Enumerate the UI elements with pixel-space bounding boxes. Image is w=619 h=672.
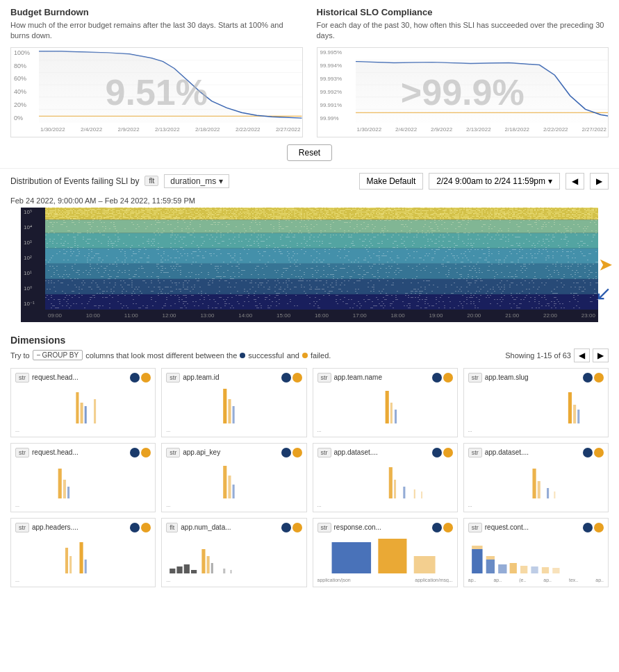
budget-burndown-desc: How much of the error budget remains aft… (10, 20, 303, 42)
dot-blue-9[interactable] (130, 523, 140, 532)
dot-orange-3[interactable] (443, 373, 453, 383)
svg-rect-29 (229, 476, 231, 498)
dim-name-1: request.head... (32, 373, 127, 381)
desc-try-to: Try to (10, 351, 30, 360)
svg-rect-16 (223, 389, 226, 423)
desc-successful: successful (248, 351, 283, 360)
dim-card-app-team-slug: str app.team.slug ... (463, 368, 609, 437)
dot-blue-8[interactable] (583, 448, 593, 457)
reset-button[interactable]: Reset (287, 144, 332, 161)
dim-chart-6 (166, 460, 302, 502)
prev-time-button[interactable]: ◀ (566, 173, 584, 190)
time-range-button[interactable]: 2/24 9:00am to 2/24 11:59pm ▾ (429, 173, 560, 190)
type-badge-str-1: str (15, 373, 29, 383)
dot-orange-9[interactable] (141, 523, 151, 532)
field-selector[interactable]: duration_ms ▾ (164, 174, 229, 188)
dot-blue-5[interactable] (130, 448, 140, 457)
dim-card-app-team-name: str app.team.name ... (313, 368, 458, 437)
type-badge-str-4: str (468, 373, 482, 383)
dim-card-app-dataset-1: str app.dataset.... ... (313, 443, 458, 512)
dim-name-7: app.dataset.... (334, 448, 429, 456)
dot-blue-3[interactable] (432, 373, 442, 383)
svg-rect-49 (207, 556, 210, 573)
dim-card-app-num-data: flt app.num_data... (161, 518, 306, 587)
prev-page-button[interactable]: ◀ (574, 348, 590, 362)
curve-annotation: ↙ (595, 282, 611, 305)
dot-blue-10[interactable] (281, 523, 291, 532)
dim-chart-5 (15, 460, 151, 502)
make-default-button[interactable]: Make Default (359, 173, 424, 190)
dim-name-2: app.team.id (183, 373, 278, 381)
dimensions-desc: Try to − GROUP BY columns that look most… (10, 348, 609, 362)
dim-x-labels-8: ... (468, 503, 604, 507)
dot-orange-7[interactable] (443, 448, 453, 457)
dot-orange-6[interactable] (292, 448, 302, 457)
dim-name-4: app.team.slug (485, 373, 580, 381)
svg-rect-52 (231, 570, 232, 573)
desc-failed: failed. (311, 351, 331, 360)
svg-rect-39 (554, 492, 555, 498)
distribution-header: Distribution of Events failing SLI by fl… (0, 168, 619, 194)
svg-rect-59 (486, 556, 494, 560)
dot-orange-2[interactable] (292, 373, 302, 383)
svg-rect-45 (177, 566, 183, 573)
dot-orange-4[interactable] (594, 373, 604, 383)
dim-chart-3 (317, 385, 453, 427)
dot-blue-4[interactable] (583, 373, 593, 383)
dim-chart-8 (468, 460, 604, 502)
svg-rect-32 (393, 480, 395, 498)
svg-rect-58 (486, 560, 494, 573)
type-badge-str-8: str (468, 448, 482, 457)
svg-rect-53 (331, 542, 371, 573)
right-arrow-annotation: ➤ (599, 256, 611, 274)
dot-orange-8[interactable] (594, 448, 604, 457)
dot-blue-2[interactable] (281, 373, 291, 383)
budget-big-number: 9.51% (106, 72, 208, 113)
dim-x-labels-5: ... (15, 503, 151, 507)
dot-blue-7[interactable] (432, 448, 442, 457)
svg-rect-55 (413, 556, 435, 573)
date-range-label: Feb 24 2022, 9:00:00 AM – Feb 24 2022, 1… (0, 194, 619, 208)
heatmap-container: 10⁵ 10⁴ 10³ 10² 10¹ 10⁰ 10⁻¹ 09:00 10:00… (21, 208, 598, 322)
dot-orange-1[interactable] (141, 373, 151, 383)
dim-name-12: request.cont... (485, 523, 580, 531)
dim-card-request-head-1: str request.head... ... (10, 368, 156, 437)
dim-x-labels-7: ... (317, 503, 453, 507)
dot-orange-12[interactable] (594, 523, 604, 532)
dim-x-labels-9: ... (15, 578, 151, 582)
heatmap-x-axis: 09:00 10:00 11:00 12:00 13:00 14:00 15:0… (45, 310, 598, 322)
dot-orange-10[interactable] (292, 523, 302, 532)
top-section: Budget Burndown How much of the error bu… (0, 0, 619, 137)
svg-rect-33 (403, 487, 405, 498)
dot-blue-6[interactable] (281, 448, 291, 457)
svg-rect-12 (76, 392, 79, 423)
dim-name-3: app.team.name (334, 373, 429, 381)
dim-card-app-api-key: str app.api_key ... (161, 443, 306, 512)
svg-rect-47 (191, 570, 197, 573)
historical-slo-panel: Historical SLO Compliance For each day o… (317, 7, 609, 137)
type-badge-str-12: str (468, 523, 482, 532)
next-page-button[interactable]: ▶ (593, 348, 609, 362)
dim-chart-1 (15, 385, 151, 427)
type-badge-str-11: str (317, 523, 331, 532)
dot-blue-1[interactable] (130, 373, 140, 383)
dot-blue-12[interactable] (583, 523, 593, 532)
dim-name-11: response.con... (334, 523, 429, 531)
svg-rect-37 (537, 481, 540, 498)
svg-rect-22 (568, 392, 572, 423)
dim-chart-4 (468, 385, 604, 427)
dim-card-app-dataset-2: str app.dataset.... ... (463, 443, 609, 512)
next-time-button[interactable]: ▶ (590, 173, 609, 190)
dot-orange-11[interactable] (443, 523, 453, 532)
dim-card-request-cont: str request.cont... (463, 518, 609, 587)
svg-rect-48 (202, 549, 206, 573)
dim-name-10: app.num_data... (181, 523, 278, 531)
svg-rect-64 (542, 567, 549, 573)
dot-blue-11[interactable] (432, 523, 442, 532)
svg-rect-54 (378, 539, 406, 573)
svg-rect-15 (94, 399, 96, 423)
dot-orange-5[interactable] (141, 448, 151, 457)
dropdown-arrow-icon: ▾ (219, 176, 223, 186)
dim-chart-7 (317, 460, 453, 502)
dim-card-response-con: str response.con... application/json app… (313, 518, 458, 587)
